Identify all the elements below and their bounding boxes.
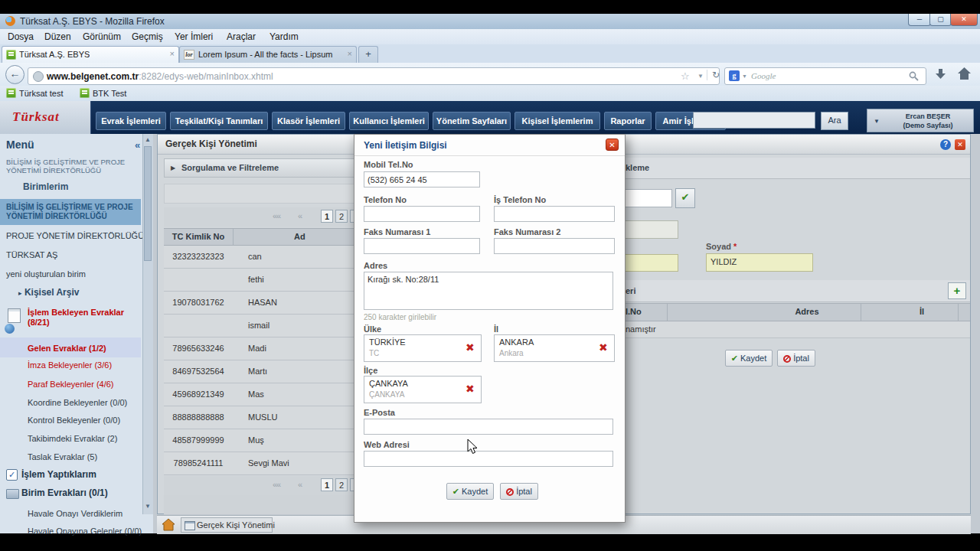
search-magnifier-icon[interactable] <box>909 71 919 81</box>
pager-prev-icon[interactable]: « <box>298 211 302 220</box>
web-label: Web Adresi <box>364 440 410 449</box>
ilce-picker[interactable]: ÇANKAYA ÇANKAYA ✖ <box>364 376 482 403</box>
pager-page-1[interactable]: 1 <box>321 210 333 223</box>
col-ad[interactable]: Ad <box>294 232 305 241</box>
scroll-up-icon[interactable]: ▲ <box>145 136 151 143</box>
faks2-input[interactable] <box>494 238 615 254</box>
tab-ebys-close-icon[interactable]: × <box>170 50 175 58</box>
dialog-cancel-button[interactable]: İptal <box>500 483 538 500</box>
header-search-button[interactable]: Ara <box>821 112 848 130</box>
sidebar-item-taslak[interactable]: Taslak Evraklar (5) <box>28 452 97 461</box>
scrollbar-thumb[interactable] <box>144 146 152 261</box>
url-bar[interactable]: www.belgenet.com.tr:8282/edys-web/mainIn… <box>28 67 720 85</box>
right-panel-cancel-button[interactable]: İptal <box>777 350 815 367</box>
home-tab-icon[interactable] <box>162 518 175 531</box>
sidebar-item-turksat-as[interactable]: TÜRKSAT AŞ <box>6 250 57 259</box>
faks1-input[interactable] <box>364 238 480 254</box>
bookmark-btk-test[interactable]: BTK Test <box>80 87 141 99</box>
sidebar-item-paraf-bekleyenler[interactable]: Paraf Bekleyenler (4/6) <box>28 380 114 389</box>
menu-gorunum[interactable]: Görünüm <box>83 31 121 42</box>
bookmark-star-icon[interactable]: ☆ <box>681 70 690 82</box>
nav-raporlar[interactable]: Raporlar <box>604 112 652 130</box>
sidebar-item-takibimdeki[interactable]: Takibimdeki Evraklar (2) <box>28 434 117 443</box>
adres-textarea[interactable]: Kırağı sk. No:28/11 <box>364 272 613 310</box>
menu-gecmis[interactable]: Geçmiş <box>132 31 163 42</box>
sidebar-item-yeni-birim[interactable]: yeni oluşturulan birim <box>6 269 86 279</box>
menu-araclar[interactable]: Araçlar <box>227 31 256 42</box>
tab-lorem[interactable]: lor Lorem Ipsum - All the facts - Lipsum… <box>179 46 357 64</box>
il-picker[interactable]: ANKARA Ankara ✖ <box>494 334 615 362</box>
sidebar-item-havale-gelenler[interactable]: Havale Onayına Gelenler (0/0) <box>28 527 142 536</box>
pager-page-2[interactable]: 2 <box>335 478 348 491</box>
telefon-input[interactable] <box>364 206 480 222</box>
sidebar-item-kisisel-arsiv[interactable]: ▸ Kişisel Arşiv <box>18 287 79 298</box>
taskbar-tab-gercek-kisi[interactable]: Gerçek Kişi Yönetimi <box>181 517 273 533</box>
ulke-picker[interactable]: TÜRKİYE TC ✖ <box>364 334 482 362</box>
sidebar-item-birim-evraklari[interactable]: Birim Evrakları (0/1) <box>21 487 108 498</box>
sidebar-item-proje[interactable]: PROJE YÖNETİM DİREKTÖRLÜĞÜ <box>6 231 144 240</box>
close-button[interactable]: ✕ <box>950 14 978 26</box>
user-menu[interactable]: ▼ Ercan BEŞER (Demo Sayfası) <box>867 109 974 132</box>
new-tab-button[interactable]: + <box>358 46 378 63</box>
maximize-button[interactable]: ▢ <box>929 14 952 26</box>
pager-page-2[interactable]: 2 <box>335 210 348 223</box>
nav-kisisel-islemlerim[interactable]: Kişisel İşlemlerim <box>514 112 600 130</box>
pager-first-icon[interactable]: «« <box>273 480 280 489</box>
sidebar-item-imza-bekleyenler[interactable]: İmza Bekleyenler (3/6) <box>28 360 112 370</box>
sidebar-item-gelen-evraklar[interactable]: Gelen Evraklar (1/2) <box>0 337 141 357</box>
pager-first-icon[interactable]: «« <box>273 211 280 220</box>
sidebar-item-islem-yaptiklarim[interactable]: İşlem Yaptıklarım <box>21 469 96 480</box>
ilce-clear-icon[interactable]: ✖ <box>466 383 475 395</box>
menu-yardim[interactable]: Yardım <box>270 31 299 42</box>
home-icon[interactable] <box>957 67 972 81</box>
url-dropdown-icon[interactable]: ▼ <box>697 73 704 80</box>
search-bar[interactable]: g ▼ Google <box>724 67 926 85</box>
download-icon[interactable] <box>934 67 948 81</box>
search-engine-dropdown-icon[interactable]: ▼ <box>742 73 747 79</box>
pager-prev-icon[interactable]: « <box>298 480 302 489</box>
back-button[interactable]: ← <box>5 65 24 84</box>
tab-ebys[interactable]: Türksat A.Ş. EBYS × <box>2 46 179 64</box>
help-icon[interactable]: ? <box>940 139 951 150</box>
sidebar-collapse-icon[interactable]: « <box>135 139 140 151</box>
right-panel-save-button[interactable]: ✔ Kaydet <box>725 350 773 367</box>
mobil-input[interactable] <box>364 171 480 187</box>
nav-klasor-islemleri[interactable]: Klasör İşlemleri <box>272 112 345 130</box>
menu-duzen[interactable]: Düzen <box>44 31 71 42</box>
column-divider <box>861 304 861 321</box>
col-tc-kimlik[interactable]: TC Kimlik No <box>164 232 233 241</box>
scroll-down-icon[interactable]: ▼ <box>145 503 151 510</box>
sidebar-item-kontrol[interactable]: Kontrol Bekleyenler (0/0) <box>28 416 120 425</box>
nav-yonetim-sayfalari[interactable]: Yönetim Sayfaları <box>433 112 511 130</box>
pager-page-1[interactable]: 1 <box>321 478 333 491</box>
header-search-input[interactable] <box>693 112 815 129</box>
is-telefon-input[interactable] <box>494 206 615 222</box>
menu-dosya[interactable]: Dosya <box>8 31 34 42</box>
minimize-button[interactable]: ─ <box>908 14 931 26</box>
add-contact-button[interactable]: + <box>948 282 966 299</box>
status-ball-icon <box>5 324 15 334</box>
ad-input-fragment[interactable] <box>623 254 678 272</box>
nav-evrak-islemleri[interactable]: Evrak İşlemleri <box>96 112 166 130</box>
eposta-input[interactable] <box>364 419 613 435</box>
bookmark-turksat-test[interactable]: Türksat test <box>6 87 75 99</box>
menu-yerimleri[interactable]: Yer İmleri <box>175 31 213 42</box>
il-clear-icon[interactable]: ✖ <box>599 341 608 354</box>
reload-icon[interactable]: ↻ <box>707 70 720 80</box>
web-input[interactable] <box>364 451 613 467</box>
right-panel-input-fragment[interactable] <box>623 189 672 207</box>
ulke-clear-icon[interactable]: ✖ <box>466 341 475 354</box>
nav-kullanici-islemleri[interactable]: Kullanıcı İşlemleri <box>349 112 429 130</box>
sidebar-item-koordine[interactable]: Koordine Bekleyenler (0/0) <box>28 398 127 407</box>
dialog-save-button[interactable]: ✔ Kaydet <box>446 483 494 500</box>
sidebar-item-bilisim-selected[interactable]: BİLİŞİM İŞ GELİŞTİRME VE PROJE YÖNETİMİ … <box>0 199 141 225</box>
tab-lorem-close-icon[interactable]: × <box>348 50 352 58</box>
sidebar-item-havale-onayi[interactable]: Havale Onayı Verdiklerim <box>28 509 122 518</box>
dialog-close-icon[interactable]: ✕ <box>606 139 619 151</box>
sidebar-item-islem-bekleyen[interactable]: İşlem Bekleyen Evraklar (8/21) <box>28 308 142 328</box>
nav-teskilat-kisi[interactable]: Teşkilat/Kişi Tanımları <box>170 112 268 130</box>
verify-check-button[interactable]: ✔ <box>675 188 695 208</box>
soyad-input[interactable]: YILDIZ <box>706 253 813 272</box>
sidebar-scrollbar[interactable]: ▲ ▼ <box>142 134 153 514</box>
panel-close-icon[interactable]: ✕ <box>955 139 965 150</box>
